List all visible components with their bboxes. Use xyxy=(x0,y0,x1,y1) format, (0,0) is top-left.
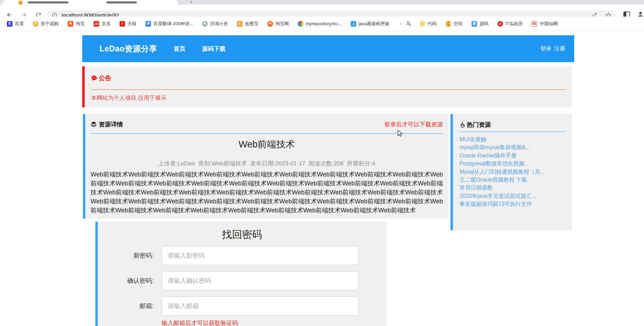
bookmark-source-cloud[interactable]: 源源码 xyxy=(472,21,489,27)
hot-resources-title: 热门资源 xyxy=(467,121,491,129)
layers-icon xyxy=(91,121,97,127)
email-verification-note: 输入邮箱后才可以获取验证码 xyxy=(162,319,386,326)
login-required-notice[interactable]: 登录后才可以下载资源 xyxy=(384,121,443,128)
bookmark-code-sphere[interactable]: 代码 xyxy=(420,21,437,27)
taobao-net-icon: 淘 xyxy=(267,21,273,27)
bookmark-label: 百度翻译-200种语... xyxy=(153,21,193,27)
bookmark-baidu[interactable]: 百百度 xyxy=(7,21,24,27)
tmall-icon: T xyxy=(120,21,125,27)
form-row-2: 邮箱: xyxy=(98,296,386,316)
form-label-0: 新密码: xyxy=(98,246,154,265)
tab-strip: + xyxy=(0,0,644,4)
bookmark-java-robot[interactable]: Jjava高级程序猿 xyxy=(351,21,389,27)
bookmark-label: IT实战营 xyxy=(505,21,523,27)
hot-resource-link-2[interactable]: Oracle Rachel操作手册 xyxy=(460,152,565,160)
bookmark-label: 代码 xyxy=(428,21,437,27)
it-camp-icon: 9 xyxy=(498,21,503,27)
form-label-1: 确认密码: xyxy=(98,271,154,290)
bookmark-label: 淘宝网 xyxy=(275,21,289,27)
bookmark-label: 空间 xyxy=(454,21,463,27)
bookmark-label: java高级程序猿 xyxy=(359,21,389,27)
baidu-translate-icon: 译 xyxy=(145,21,151,27)
form-row-1: 确认密码: xyxy=(98,271,386,290)
bookmarks-bar: 百百度苏苏宁易购淘淘宝JD京东T天猫译百度翻译-200种语...鸟洪湖小肖改改图… xyxy=(0,17,644,31)
bookmark-taobao-net[interactable]: 淘淘宝网 xyxy=(267,21,289,27)
bird-icon: 鸟 xyxy=(202,21,208,27)
announcement-divider xyxy=(91,89,565,90)
password-form-title: 找回密码 xyxy=(98,229,386,240)
bookmark-tmall[interactable]: T天猫 xyxy=(120,21,136,27)
hot-resources-links: MUI全接触mysql高级mycat集群视频&...Oracle Rachel操… xyxy=(460,135,565,208)
repo-sphere-icon xyxy=(298,21,303,27)
hot-resource-link-5[interactable]: 王二暖Oracle视频教程 下载 xyxy=(460,176,565,184)
announcement-panel: 公告 本网站为个人项目,仅用于展示 xyxy=(82,66,572,107)
hot-resource-link-3[interactable]: Postgresql数据库优化视频... xyxy=(460,160,565,167)
password-form-rows: 新密码:确认密码:邮箱: xyxy=(98,246,386,316)
hot-resources-panel: 热门资源 MUI全接触mysql高级mycat集群视频&...Oracle Ra… xyxy=(451,114,572,230)
article-meta: 上传者:LeDao 类别:Web前端技术 发布日期:2023-01-17 阅读次… xyxy=(91,160,443,167)
hot-resource-link-8[interactable]: 拳皇版超级玛丽13可执行文件 xyxy=(460,200,565,208)
sidebar-divider xyxy=(460,132,565,132)
space-swirl-icon xyxy=(446,21,451,27)
browser-window: + localhost:8080/article/92 百百度苏苏宁易购淘淘宝J… xyxy=(0,0,644,326)
red-check-icon: ✓ xyxy=(398,21,404,27)
bookmark-label: 鸟 xyxy=(406,21,411,27)
bookmark-label: 京东 xyxy=(102,21,111,27)
tab-title-text xyxy=(28,1,68,3)
bookmark-baidu-translate[interactable]: 译百度翻译-200种语... xyxy=(145,21,193,27)
suning-lion-icon: 苏 xyxy=(33,21,38,27)
bookmark-label: 百度 xyxy=(15,21,24,27)
announcement-header: 公告 xyxy=(91,74,565,82)
bookmark-space-swirl[interactable]: 空间 xyxy=(446,21,463,27)
java-robot-icon: J xyxy=(351,21,356,27)
bookmark-bird[interactable]: 鸟洪湖小肖 xyxy=(202,21,228,27)
bookmark-label: 淘宝 xyxy=(76,21,85,27)
form-input-1[interactable] xyxy=(162,271,359,290)
article-section-title: 资源详情 xyxy=(99,120,123,128)
source-cloud-icon: 源 xyxy=(472,21,477,27)
nav-links: 首页源码下载 xyxy=(174,45,226,53)
password-form-card: 找回密码 新密码:确认密码:邮箱: 输入邮箱后才可以获取验证码 xyxy=(95,222,386,326)
login-link[interactable]: 登录 xyxy=(540,45,551,52)
article-panel: 资源详情 登录后才可以下载资源 Web前端技术 上传者:LeDao 类别:Web… xyxy=(83,114,448,219)
bookmark-it-camp[interactable]: 9IT实战营 xyxy=(498,21,523,27)
hot-resource-link-4[interactable]: Mysql从入门到精通视频教程（共... xyxy=(460,168,565,176)
flame-icon xyxy=(460,122,466,128)
new-tab-button[interactable]: + xyxy=(190,0,193,4)
announcement-title: 公告 xyxy=(99,74,111,82)
register-link[interactable]: 注册 xyxy=(554,45,565,52)
tab-favicon-icon xyxy=(19,1,22,4)
bookmark-cnki[interactable]: 知中国知网 xyxy=(532,21,558,27)
browser-tab[interactable] xyxy=(3,0,178,4)
code-sphere-icon xyxy=(420,21,425,27)
bookmark-taobao[interactable]: 淘淘宝 xyxy=(68,21,85,27)
bookmark-label: 天猫 xyxy=(127,21,136,27)
bookmark-label: 中国知网 xyxy=(540,21,558,27)
bookmark-red-check[interactable]: ✓鸟 xyxy=(398,21,411,27)
form-input-0[interactable] xyxy=(162,246,359,265)
form-row-0: 新密码: xyxy=(98,246,386,265)
hot-resource-link-7[interactable]: 2020年java常见笔试面试题汇... xyxy=(460,192,565,200)
hot-resource-link-6[interactable]: 常用日期函数 xyxy=(460,184,565,192)
article-divider xyxy=(91,133,443,134)
bookmark-gaitubao[interactable]: 改改图宝 xyxy=(237,21,258,27)
bookmark-jd[interactable]: JD京东 xyxy=(94,21,111,27)
hot-resource-link-0[interactable]: MUI全接触 xyxy=(460,135,565,143)
speech-bubble-icon xyxy=(91,75,97,82)
browser-toolbar: localhost:8080/article/92 xyxy=(0,4,644,17)
bookmark-label: myrepository/tru... xyxy=(306,21,342,26)
article-title: Web前端技术 xyxy=(91,138,443,151)
site-brand[interactable]: LeDao资源分享 xyxy=(100,44,157,54)
bookmark-suning-lion[interactable]: 苏苏宁易购 xyxy=(33,21,59,27)
article-body: Web前端技术Web前端技术Web前端技术Web前端技术Web前端技术Web前端… xyxy=(91,170,443,215)
bookmark-repo-sphere[interactable]: myrepository/tru... xyxy=(298,21,342,27)
tab-title-text-2 xyxy=(106,1,137,3)
taobao-icon: 淘 xyxy=(68,21,73,27)
nav-link-1[interactable]: 源码下载 xyxy=(202,45,226,53)
nav-link-0[interactable]: 首页 xyxy=(174,45,186,53)
hot-resources-header: 热门资源 xyxy=(460,121,565,128)
site-navbar: LeDao资源分享 首页源码下载 登录注册 xyxy=(82,35,574,62)
hot-resource-link-1[interactable]: mysql高级mycat集群视频&... xyxy=(460,143,565,151)
form-input-2[interactable] xyxy=(162,296,359,316)
bookmark-label: 苏宁易购 xyxy=(41,21,59,27)
